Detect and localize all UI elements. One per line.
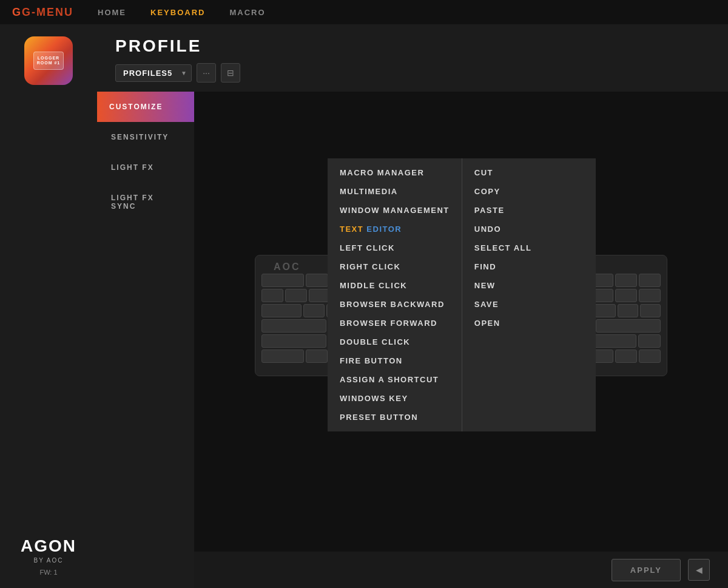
sidebar: LOGGERROOM #1 AGON BY AOC FW: 1 [0, 24, 97, 588]
key-esc[interactable] [261, 274, 304, 287]
key-del2[interactable] [618, 304, 638, 317]
key-enter[interactable] [596, 319, 661, 333]
profile-controls: PROFILES5 ··· ⊟ [115, 63, 710, 83]
apply-button[interactable]: APPLY [612, 559, 681, 581]
context-item-new[interactable]: NEW [462, 276, 596, 295]
sidebar-bottom: AGON BY AOC FW: 1 [21, 538, 76, 588]
keyboard-brand: AOC [274, 262, 301, 272]
context-item-window-management[interactable]: WINDOW MANAGEMENT [328, 201, 462, 220]
key-backtick[interactable] [261, 289, 283, 302]
profile-select[interactable]: PROFILES5 [115, 64, 192, 82]
context-menu-left-column: MACRO MANAGER MULTIMEDIA WINDOW MANAGEME… [328, 158, 462, 431]
context-item-multimedia[interactable]: MULTIMEDIA [328, 182, 462, 201]
context-item-find[interactable]: FIND [462, 257, 596, 276]
sidebar-item-customize[interactable]: CUSTOMIZE [97, 92, 194, 122]
context-item-middle-click[interactable]: MIDDLE CLICK [328, 276, 462, 295]
side-menu: CUSTOMIZE SENSITIVITY LIGHT FX LIGHT FX … [97, 92, 194, 588]
keyboard-visual: AOC [194, 92, 728, 552]
text-editor-text-part: TEXT [340, 225, 363, 234]
key-home[interactable] [615, 274, 637, 287]
key-end[interactable] [639, 274, 661, 287]
key-tab[interactable] [261, 304, 302, 317]
key-rightarrow[interactable] [639, 350, 661, 363]
context-item-select-all[interactable]: SELECT ALL [462, 238, 596, 257]
context-item-text-editor[interactable]: TEXT EDITOR [328, 220, 462, 238]
agon-sub: BY AOC [33, 557, 63, 564]
key-pgup[interactable] [639, 289, 661, 302]
context-item-left-click[interactable]: LEFT CLICK [328, 238, 462, 257]
key-win[interactable] [306, 350, 328, 363]
context-item-macro-manager[interactable]: MACRO MANAGER [328, 163, 462, 182]
app-logo: GG-MENU [12, 6, 73, 19]
context-item-browser-forward[interactable]: BROWSER FORWARD [328, 314, 462, 333]
context-item-assign-shortcut[interactable]: ASSIGN A SHORTCUT [328, 370, 462, 389]
profile-title: PROFILE [115, 36, 710, 56]
keyboard-bottom-bar: APPLY ◀ [194, 552, 728, 588]
key-1[interactable] [285, 289, 307, 302]
context-item-right-click[interactable]: RIGHT CLICK [328, 257, 462, 276]
key-downarrow[interactable] [615, 350, 637, 363]
main-layout: LOGGERROOM #1 AGON BY AOC FW: 1 PROFILE … [0, 24, 728, 588]
context-item-paste[interactable]: PASTE [462, 201, 596, 220]
nav-keyboard[interactable]: KEYBOARD [150, 8, 205, 17]
context-item-undo[interactable]: UNDO [462, 220, 596, 238]
agon-logo: AGON [21, 538, 76, 555]
logo-g: G [12, 6, 22, 18]
more-options-button[interactable]: ··· [197, 63, 216, 83]
app-icon-inner: LOGGERROOM #1 [33, 52, 64, 70]
context-item-copy[interactable]: COPY [462, 182, 596, 201]
key-f1[interactable] [306, 274, 328, 287]
profile-select-wrapper[interactable]: PROFILES5 [115, 64, 192, 82]
key-caps[interactable] [261, 319, 326, 333]
app-icon: LOGGERROOM #1 [24, 36, 73, 85]
context-item-fire-button[interactable]: FIRE BUTTON [328, 351, 462, 370]
context-item-open[interactable]: OPEN [462, 314, 596, 333]
chevron-left-icon: ◀ [696, 565, 703, 575]
content-area: PROFILE PROFILES5 ··· ⊟ CUSTOMIZE [97, 24, 728, 588]
prev-button[interactable]: ◀ [688, 559, 710, 581]
context-item-double-click[interactable]: DOUBLE CLICK [328, 333, 462, 351]
key-lshift[interactable] [261, 334, 326, 348]
key-ins[interactable] [615, 289, 637, 302]
nav-home[interactable]: HOME [98, 8, 126, 17]
top-navigation: GG-MENU HOME KEYBOARD MACRO [0, 0, 728, 24]
context-menu: MACRO MANAGER MULTIMEDIA WINDOW MANAGEME… [328, 158, 596, 431]
sidebar-item-light-fx[interactable]: LIGHT FX [97, 152, 194, 183]
profile-header: PROFILE PROFILES5 ··· ⊟ [97, 24, 728, 92]
nav-macro[interactable]: MACRO [229, 8, 265, 17]
context-item-windows-key[interactable]: WINDOWS KEY [328, 389, 462, 408]
key-lctrl[interactable] [261, 350, 304, 363]
export-button[interactable]: ⊟ [221, 63, 240, 83]
context-item-save[interactable]: SAVE [462, 295, 596, 314]
context-item-cut[interactable]: CUT [462, 163, 596, 182]
context-item-browser-backward[interactable]: BROWSER BACKWARD [328, 295, 462, 314]
left-panel: CUSTOMIZE SENSITIVITY LIGHT FX LIGHT FX … [97, 92, 728, 588]
firmware-version: FW: 1 [39, 569, 57, 576]
sidebar-item-light-fx-sync[interactable]: LIGHT FX SYNC [97, 183, 194, 221]
sidebar-item-sensitivity[interactable]: SENSITIVITY [97, 122, 194, 152]
logo-menu: G-MENU [22, 6, 73, 18]
context-menu-right-column: CUT COPY PASTE UNDO SELECT ALL FIND NEW … [462, 158, 596, 431]
key-pgdn[interactable] [640, 304, 661, 317]
keyboard-area: AOC [194, 92, 728, 588]
key-uparrow[interactable] [638, 334, 661, 348]
key-q[interactable] [303, 304, 324, 317]
ellipsis-icon: ··· [203, 68, 210, 78]
text-editor-editor-part: EDITOR [363, 225, 402, 234]
context-item-preset-button[interactable]: PRESET BUTTON [328, 408, 462, 427]
export-icon: ⊟ [227, 68, 234, 78]
